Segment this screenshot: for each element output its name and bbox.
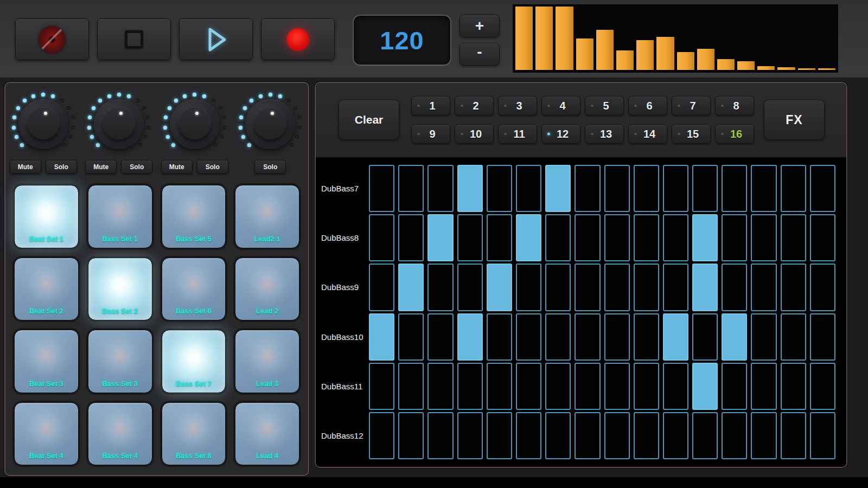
step-cell[interactable] <box>692 214 718 261</box>
drum-pad[interactable]: Bass Set 2 <box>88 258 152 321</box>
step-cell[interactable] <box>487 313 512 361</box>
step-cell[interactable] <box>369 264 394 311</box>
pattern-button-12[interactable]: 12 <box>541 124 580 144</box>
step-cell[interactable] <box>487 363 512 410</box>
step-cell[interactable] <box>692 412 718 459</box>
step-cell[interactable] <box>751 313 776 361</box>
step-cell[interactable] <box>604 214 630 261</box>
drum-pad[interactable]: Bass Set 8 <box>162 402 226 466</box>
step-cell[interactable] <box>545 214 571 261</box>
mute-button[interactable]: Mute <box>85 160 117 174</box>
step-cell[interactable] <box>634 313 659 361</box>
step-cell[interactable] <box>457 165 483 212</box>
step-cell[interactable] <box>369 363 394 410</box>
pattern-button-11[interactable]: 11 <box>498 124 537 144</box>
step-cell[interactable] <box>781 214 806 261</box>
step-cell[interactable] <box>487 412 512 459</box>
step-cell[interactable] <box>810 214 835 261</box>
step-cell[interactable] <box>810 313 835 361</box>
step-cell[interactable] <box>634 264 659 311</box>
drum-pad[interactable]: Bass Set 3 <box>88 330 152 393</box>
step-cell[interactable] <box>575 264 600 311</box>
fx-button[interactable]: FX <box>764 100 825 140</box>
step-cell[interactable] <box>369 313 394 361</box>
step-cell[interactable] <box>575 313 600 361</box>
step-cell[interactable] <box>369 214 394 261</box>
step-cell[interactable] <box>545 264 571 311</box>
step-cell[interactable] <box>722 264 747 311</box>
step-cell[interactable] <box>751 165 776 212</box>
step-cell[interactable] <box>751 214 776 261</box>
step-cell[interactable] <box>487 165 512 212</box>
tempo-display[interactable]: 120 <box>353 15 451 66</box>
solo-button[interactable]: Solo <box>197 160 228 174</box>
step-cell[interactable] <box>810 165 835 212</box>
step-cell[interactable] <box>663 165 688 212</box>
step-cell[interactable] <box>457 264 483 311</box>
step-cell[interactable] <box>604 313 630 361</box>
step-cell[interactable] <box>369 412 394 459</box>
step-cell[interactable] <box>634 214 659 261</box>
step-cell[interactable] <box>398 412 424 459</box>
pattern-button-3[interactable]: 3 <box>498 96 537 115</box>
step-cell[interactable] <box>692 313 718 361</box>
drum-pad[interactable]: Beat Set 4 <box>14 402 79 466</box>
pattern-button-13[interactable]: 13 <box>585 124 624 144</box>
step-cell[interactable] <box>663 363 688 410</box>
solo-button[interactable]: Solo <box>121 160 152 174</box>
step-cell[interactable] <box>545 363 571 410</box>
tempo-increase-button[interactable]: + <box>459 15 500 37</box>
solo-button[interactable]: Solo <box>46 160 77 174</box>
step-cell[interactable] <box>369 165 394 212</box>
step-cell[interactable] <box>604 165 630 212</box>
step-cell[interactable] <box>516 313 541 361</box>
step-cell[interactable] <box>487 214 512 261</box>
solo-button[interactable]: Solo <box>254 160 286 174</box>
step-cell[interactable] <box>398 264 424 311</box>
clear-button[interactable]: Clear <box>339 100 399 140</box>
pattern-button-2[interactable]: 2 <box>455 96 494 115</box>
record-button[interactable] <box>261 18 335 60</box>
stop-button[interactable] <box>97 18 171 60</box>
step-cell[interactable] <box>781 165 806 212</box>
vinyl-button[interactable] <box>15 18 89 60</box>
drum-pad[interactable]: Bass Set 6 <box>162 258 226 321</box>
pattern-button-5[interactable]: 5 <box>585 96 624 115</box>
volume-knob[interactable] <box>85 91 152 158</box>
pattern-button-1[interactable]: 1 <box>411 96 450 115</box>
pattern-button-10[interactable]: 10 <box>455 124 494 144</box>
step-cell[interactable] <box>398 165 424 212</box>
step-cell[interactable] <box>722 412 747 459</box>
step-cell[interactable] <box>575 363 600 410</box>
step-cell[interactable] <box>722 313 747 361</box>
step-cell[interactable] <box>457 363 483 410</box>
pattern-button-14[interactable]: 14 <box>628 124 667 144</box>
step-cell[interactable] <box>516 363 541 410</box>
step-cell[interactable] <box>810 412 835 459</box>
step-cell[interactable] <box>781 313 806 361</box>
step-cell[interactable] <box>398 214 424 261</box>
drum-pad[interactable]: Bass Set 4 <box>88 402 152 466</box>
step-cell[interactable] <box>487 264 512 311</box>
pattern-button-16[interactable]: 16 <box>715 124 754 144</box>
step-cell[interactable] <box>427 264 453 311</box>
mute-button[interactable]: Mute <box>161 160 193 174</box>
step-cell[interactable] <box>427 412 453 459</box>
step-cell[interactable] <box>516 214 541 261</box>
step-cell[interactable] <box>604 264 630 311</box>
volume-knob[interactable] <box>161 91 228 158</box>
step-cell[interactable] <box>722 363 747 410</box>
step-cell[interactable] <box>751 363 776 410</box>
step-cell[interactable] <box>427 363 453 410</box>
step-cell[interactable] <box>810 264 835 311</box>
step-cell[interactable] <box>634 363 659 410</box>
drum-pad[interactable]: Beat Set 2 <box>14 258 79 321</box>
step-cell[interactable] <box>781 412 806 459</box>
step-cell[interactable] <box>457 412 483 459</box>
drum-pad[interactable]: Lead 3 <box>235 330 299 393</box>
step-cell[interactable] <box>722 165 747 212</box>
drum-pad[interactable]: Bass Set 7 <box>162 330 226 393</box>
play-button[interactable] <box>179 18 253 60</box>
step-cell[interactable] <box>516 264 541 311</box>
step-cell[interactable] <box>751 412 776 459</box>
